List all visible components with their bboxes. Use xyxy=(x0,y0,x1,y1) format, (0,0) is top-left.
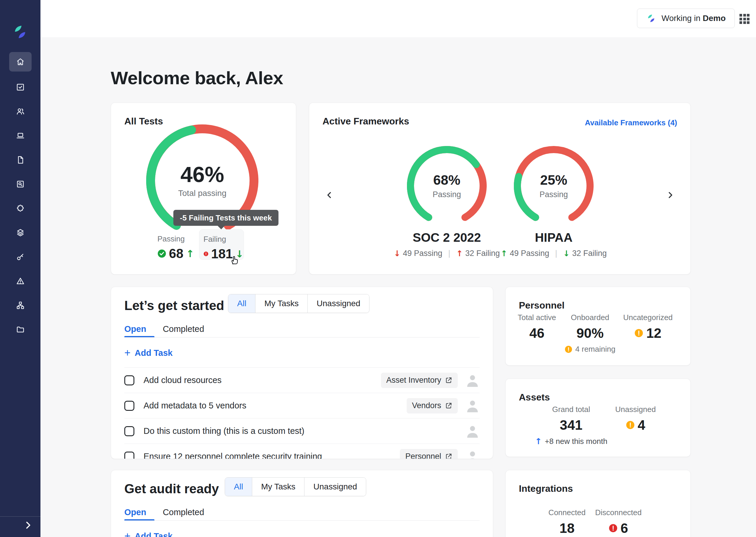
sidebar-item-risk[interactable] xyxy=(12,272,29,290)
sidebar-expand-chevron-icon[interactable] xyxy=(23,520,33,530)
hipaa-failing-arrow-icon: ↓ xyxy=(563,249,570,257)
sidebar-item-vendors[interactable] xyxy=(12,297,29,314)
topbar: Working in Demo xyxy=(40,0,756,37)
sidebar-item-documents[interactable] xyxy=(12,321,29,338)
task-tag-vendors[interactable]: Vendors xyxy=(407,398,458,413)
folder-icon xyxy=(16,325,25,334)
task-row[interactable]: Add metadata to 5 vendors Vendors xyxy=(124,393,479,418)
personnel-card: Personnel Total active 46 Onboarded 90% … xyxy=(505,287,691,366)
assets-note: +8 new this month xyxy=(545,437,607,446)
tab-divider xyxy=(124,337,479,338)
task-row[interactable]: Do this custom thing (this is a custom t… xyxy=(124,418,479,444)
add-task-button[interactable]: + Add Task xyxy=(124,531,172,537)
filter-my-tasks[interactable]: My Tasks xyxy=(252,477,304,496)
tab-completed[interactable]: Completed xyxy=(163,324,204,334)
task-row[interactable]: Add cloud resources Asset Inventory xyxy=(124,367,479,393)
lets-get-started-title: Let’s get started xyxy=(124,298,224,313)
task-checkbox[interactable] xyxy=(124,452,134,459)
framework-soc2[interactable]: 68% Passing SOC 2 2022 ↓ 49 Passing | ↑ … xyxy=(399,146,494,258)
workspace-switcher-button[interactable]: Working in Demo xyxy=(637,9,735,28)
assignee-avatar[interactable] xyxy=(466,424,479,438)
workspace-name: Demo xyxy=(703,14,726,23)
sidebar-item-tests[interactable] xyxy=(12,79,29,96)
task-tag-asset-inventory[interactable]: Asset Inventory xyxy=(381,373,458,388)
assignee-avatar[interactable] xyxy=(466,399,479,413)
tab-completed[interactable]: Completed xyxy=(163,508,204,517)
passing-stat[interactable]: Passing 68 ↑ xyxy=(157,234,194,261)
framework-hipaa[interactable]: 25% Passing HIPAA ↑ 49 Passing | ↓ 32 Fa… xyxy=(507,146,601,258)
assets-title: Assets xyxy=(519,392,550,403)
failing-tests-tooltip: -5 Failing Tests this week xyxy=(173,210,279,226)
task-tag-personnel[interactable]: Personnel xyxy=(400,449,458,459)
task-row[interactable]: Ensure 12 personnel complete security tr… xyxy=(124,444,479,459)
hipaa-passing-arrow-icon: ↑ xyxy=(501,249,508,257)
filter-unassigned[interactable]: Unassigned xyxy=(307,294,369,313)
hipaa-percent: 25% xyxy=(540,173,567,188)
available-frameworks-link[interactable]: Available Frameworks (4) xyxy=(585,118,677,127)
secureframe-logo-icon[interactable] xyxy=(12,24,28,40)
check-square-icon xyxy=(16,82,25,92)
total-active-stat[interactable]: Total active 46 xyxy=(518,313,556,341)
get-audit-ready-card: Get audit ready All My Tasks Unassigned … xyxy=(111,470,493,537)
apps-grid-icon[interactable] xyxy=(739,14,749,24)
assignee-avatar[interactable] xyxy=(466,373,479,388)
tab-open[interactable]: Open xyxy=(124,508,146,517)
sidebar-item-personnel[interactable] xyxy=(12,103,29,120)
active-frameworks-title: Active Frameworks xyxy=(322,116,409,127)
trend-up-icon: ↑ xyxy=(535,436,542,446)
sidebar-item-integrations[interactable] xyxy=(12,200,29,217)
filter-unassigned[interactable]: Unassigned xyxy=(304,477,366,496)
task-filter-segmented-control: All My Tasks Unassigned xyxy=(228,294,369,313)
tab-divider xyxy=(124,520,479,521)
filter-my-tasks[interactable]: My Tasks xyxy=(255,294,307,313)
grand-total-stat[interactable]: Grand total 341 ↑ +8 new this month xyxy=(535,405,607,446)
uncategorized-stat[interactable]: Uncategorized 12 xyxy=(623,313,673,341)
filter-all[interactable]: All xyxy=(225,477,252,496)
all-tests-card: All Tests 46% Total passing -5 Failing T… xyxy=(111,103,296,274)
passing-value: 68 xyxy=(169,246,183,261)
warning-triangle-icon xyxy=(16,276,25,286)
hipaa-failing-stat: 32 Failing xyxy=(572,249,607,258)
task-checkbox[interactable] xyxy=(124,426,134,436)
document-icon xyxy=(16,155,25,165)
tab-open[interactable]: Open xyxy=(124,324,146,334)
soc2-failing-arrow-icon: ↑ xyxy=(456,249,463,257)
sidebar xyxy=(0,0,40,537)
onboarded-note: 4 remaining xyxy=(575,345,616,354)
sidebar-item-frameworks[interactable] xyxy=(12,224,29,241)
sidebar-item-devices[interactable] xyxy=(12,127,29,144)
soc2-caption: Passing xyxy=(433,190,461,199)
add-task-button[interactable]: + Add Task xyxy=(124,348,172,358)
filter-all[interactable]: All xyxy=(228,294,255,313)
sidebar-item-home[interactable] xyxy=(9,52,32,71)
task-checkbox[interactable] xyxy=(124,401,134,411)
lets-get-started-card: Let’s get started All My Tasks Unassigne… xyxy=(111,287,493,459)
soc2-passing-stat: 49 Passing xyxy=(403,249,442,258)
total-passing-caption: Total passing xyxy=(178,188,226,198)
connected-stat[interactable]: Connected 18 xyxy=(548,508,586,536)
error-circle-icon xyxy=(609,524,618,533)
soc2-gauge: 68% Passing xyxy=(407,146,487,226)
total-passing-percent: 46% xyxy=(180,163,224,186)
sidebar-item-access[interactable] xyxy=(12,248,29,266)
sitemap-icon xyxy=(16,301,25,310)
soc2-percent: 68% xyxy=(433,173,460,188)
active-frameworks-card: Active Frameworks Available Frameworks (… xyxy=(309,103,691,274)
sidebar-item-policies[interactable] xyxy=(12,151,29,168)
hipaa-gauge: 25% Passing xyxy=(514,146,593,226)
disconnected-stat[interactable]: Disconnected 6 xyxy=(595,508,642,536)
laptop-icon xyxy=(16,131,25,141)
assignee-avatar[interactable] xyxy=(466,449,479,459)
carousel-right-icon[interactable] xyxy=(665,190,675,200)
stat-separator: | xyxy=(448,249,450,258)
sidebar-item-audits[interactable] xyxy=(12,176,29,193)
hipaa-passing-stat: 49 Passing xyxy=(510,249,549,258)
carousel-left-icon[interactable] xyxy=(324,190,335,200)
unassigned-stat[interactable]: Unassigned 4 xyxy=(615,405,656,433)
external-link-icon xyxy=(445,402,452,410)
onboarded-stat[interactable]: Onboarded 90% 4 remaining xyxy=(565,313,616,354)
home-icon xyxy=(16,57,25,66)
warning-circle-icon xyxy=(634,329,643,338)
task-checkbox[interactable] xyxy=(124,375,134,385)
sidebar-divider xyxy=(0,516,40,516)
